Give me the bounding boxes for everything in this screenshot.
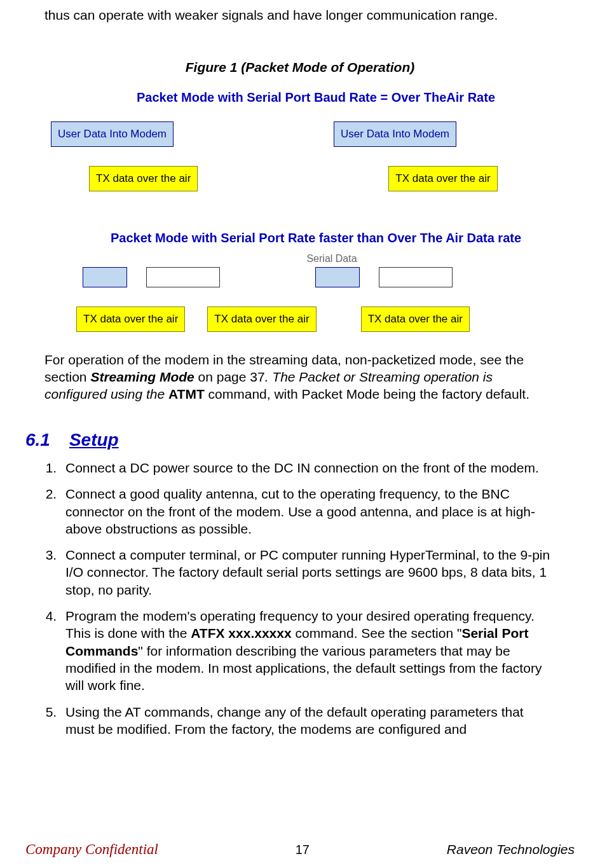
text: command, with Packet Mode being the fact… bbox=[205, 387, 529, 401]
serial-data-label: Serial Data bbox=[114, 252, 549, 266]
section-heading: 6.1Setup bbox=[25, 429, 575, 451]
serial-blue-box-2 bbox=[315, 267, 360, 287]
figure-row-tx-1: TX data over the air TX data over the ai… bbox=[51, 166, 549, 191]
serial-white-box-1 bbox=[146, 267, 220, 287]
text: on page 37 bbox=[194, 369, 265, 384]
tx-box-4: TX data over the air bbox=[207, 307, 316, 332]
step-5: Using the AT commands, change any of the… bbox=[60, 703, 556, 738]
text: command. See the section " bbox=[292, 626, 462, 640]
figure-row-serial bbox=[83, 267, 549, 287]
page-footer: Company Confidential 17 Raveon Technolog… bbox=[25, 840, 575, 859]
tx-box-5: TX data over the air bbox=[361, 307, 470, 332]
tx-box-2: TX data over the air bbox=[388, 166, 497, 191]
serial-white-box-2 bbox=[379, 267, 453, 287]
tx-box-1: TX data over the air bbox=[89, 166, 198, 191]
figure-row-userdata: User Data Into Modem User Data Into Mode… bbox=[51, 121, 549, 147]
figure-subtitle-2: Packet Mode with Serial Port Rate faster… bbox=[83, 230, 549, 246]
serial-blue-box-1 bbox=[83, 267, 127, 287]
section-number: 6.1 bbox=[25, 430, 50, 450]
step-1: Connect a DC power source to the DC IN c… bbox=[60, 459, 556, 476]
step-4: Program the modem's operating frequency … bbox=[60, 607, 556, 694]
figure-caption: Figure 1 (Packet Mode of Operation) bbox=[25, 59, 575, 76]
figure-1: Packet Mode with Serial Port Baud Rate =… bbox=[51, 89, 549, 332]
atmt-cmd: ATMT bbox=[168, 387, 205, 401]
user-data-box-left: User Data Into Modem bbox=[51, 121, 174, 147]
setup-steps: Connect a DC power source to the DC IN c… bbox=[60, 459, 556, 738]
footer-page-number: 17 bbox=[296, 841, 310, 858]
tx-box-3: TX data over the air bbox=[76, 307, 185, 332]
figure-subtitle-1: Packet Mode with Serial Port Baud Rate =… bbox=[83, 89, 549, 106]
figure-row-tx-2: TX data over the air TX data over the ai… bbox=[76, 307, 549, 332]
streaming-mode-ref: Streaming Mode bbox=[90, 369, 194, 384]
atfx-cmd: ATFX xxx.xxxxx bbox=[191, 626, 291, 640]
step-2: Connect a good quality antenna, cut to t… bbox=[60, 485, 556, 537]
step-3: Connect a computer terminal, or PC compu… bbox=[60, 546, 556, 598]
footer-company: Raveon Technologies bbox=[447, 841, 575, 858]
footer-confidential: Company Confidential bbox=[25, 840, 158, 859]
intro-paragraph: thus can operate with weaker signals and… bbox=[44, 6, 556, 24]
section-title: Setup bbox=[69, 430, 119, 450]
user-data-box-right: User Data Into Modem bbox=[334, 121, 456, 147]
after-figure-paragraph: For operation of the modem in the stream… bbox=[44, 351, 556, 403]
